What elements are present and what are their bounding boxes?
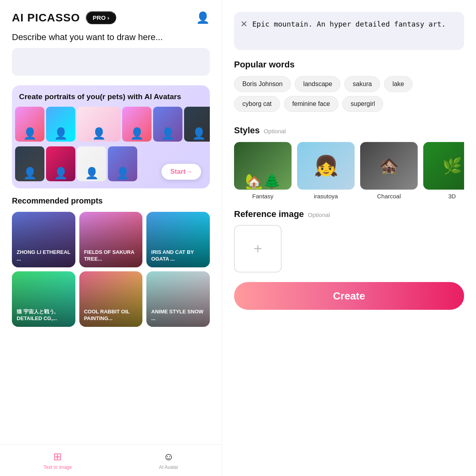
style-label-3d: 3D xyxy=(448,193,456,200)
left-panel: AI PICASSO PRO › 👤 Describe what you wan… xyxy=(0,0,222,476)
prompt-card-text-4: 猫 宇宙人と戦う, DETAILED CG,... xyxy=(17,309,71,322)
word-chip-sakura[interactable]: sakura xyxy=(344,76,380,92)
nav-label-text-to-image: Text to image xyxy=(44,464,72,470)
nav-label-ai-avatar: AI Avatar xyxy=(159,464,178,470)
prompt-card-text-3: IRIS AND CAT BY OGATA ... xyxy=(151,249,205,263)
word-chip-cyborg-cat[interactable]: cyborg cat xyxy=(234,96,280,112)
avatar-banner-title: Create portraits of you(r pets) with AI … xyxy=(12,85,210,105)
words-row-2: cyborg cat feminine face supergirl xyxy=(234,96,464,112)
pro-badge-button[interactable]: PRO › xyxy=(86,11,117,24)
avatar-figures xyxy=(12,105,210,143)
styles-optional-tag: Optional xyxy=(264,128,286,134)
prompt-card-3[interactable]: IRIS AND CAT BY OGATA ... xyxy=(146,212,210,267)
nav-item-text-to-image[interactable]: ⊞ Text to image xyxy=(44,451,72,470)
word-chip-boris-johnson[interactable]: Boris Johnson xyxy=(234,76,291,92)
prompt-card-5[interactable]: COOL RABBIT OIL PAINTING... xyxy=(79,271,143,327)
create-button[interactable]: Create xyxy=(234,282,464,310)
reference-add-box[interactable]: + xyxy=(234,225,282,273)
app-logo: AI PICASSO xyxy=(12,12,80,24)
words-row-1: Boris Johnson landscape sakura lake xyxy=(234,76,464,92)
reference-section: Reference image Optional + xyxy=(222,200,476,273)
prompt-card-4[interactable]: 猫 宇宙人と戦う, DETAILED CG,... xyxy=(12,271,75,327)
nav-item-ai-avatar[interactable]: ☺ AI Avatar xyxy=(159,451,178,470)
prompt-card-text-2: FIELDS OF SAKURA TREE... xyxy=(84,249,138,263)
prompt-card-1[interactable]: ZHONG LI ETHEREAL ... xyxy=(12,212,75,267)
styles-row: Fantasy irasutoya Charcoal 3D xyxy=(234,142,464,200)
word-chip-lake[interactable]: lake xyxy=(384,76,412,92)
describe-label: Describe what you want to draw here... xyxy=(12,32,210,42)
word-chip-landscape[interactable]: landscape xyxy=(295,76,340,92)
prompt-grid: ZHONG LI ETHEREAL ... FIELDS OF SAKURA T… xyxy=(12,212,210,327)
header: AI PICASSO PRO › 👤 xyxy=(0,0,222,32)
recommended-title: Recommended prompts xyxy=(12,196,210,205)
text-to-image-icon: ⊞ xyxy=(53,451,62,463)
avatar-fig-2 xyxy=(46,107,75,142)
style-thumb-fantasy xyxy=(234,142,292,190)
style-card-irasutoya[interactable]: irasutoya xyxy=(297,142,355,200)
popular-words-section: Popular words Boris Johnson landscape sa… xyxy=(222,50,476,116)
avatar-banner: Create portraits of you(r pets) with AI … xyxy=(12,85,210,188)
avatar-fig-8 xyxy=(46,146,75,181)
avatar-fig-3 xyxy=(77,107,121,142)
style-thumb-charcoal xyxy=(360,142,418,190)
avatar-fig-1 xyxy=(15,107,44,142)
prompt-text-input[interactable]: Epic mountain. An hyper detailed fantasy… xyxy=(252,19,458,43)
style-card-fantasy[interactable]: Fantasy xyxy=(234,142,292,200)
prompt-card-6[interactable]: ANIME STYLE SNOW ... xyxy=(146,271,210,327)
styles-title: Styles xyxy=(234,125,260,136)
avatar-fig-4 xyxy=(122,107,152,142)
avatar-fig-7 xyxy=(15,146,44,181)
recommended-section: Recommended prompts ZHONG LI ETHEREAL ..… xyxy=(0,188,222,327)
plus-icon: + xyxy=(253,240,262,257)
prompt-card-text-6: ANIME STYLE SNOW ... xyxy=(151,309,205,322)
style-thumb-3d xyxy=(423,142,464,190)
styles-section: Styles Optional Fantasy irasutoya Charco… xyxy=(222,116,476,200)
describe-input[interactable] xyxy=(12,48,210,76)
popular-words-title: Popular words xyxy=(234,60,464,70)
logo-area: AI PICASSO PRO › xyxy=(12,11,116,24)
style-thumb-irasutoya xyxy=(297,142,355,190)
close-button[interactable]: ✕ xyxy=(240,19,248,29)
reference-image-title: Reference image xyxy=(234,209,304,219)
avatar-fig-9 xyxy=(77,146,106,181)
bottom-nav: ⊞ Text to image ☺ AI Avatar xyxy=(0,444,222,476)
avatar-fig-10 xyxy=(108,146,137,181)
prompt-input-area: ✕ Epic mountain. An hyper detailed fanta… xyxy=(234,12,464,50)
prompt-card-text-5: COOL RABBIT OIL PAINTING... xyxy=(84,309,138,322)
start-button[interactable]: Start→ xyxy=(161,164,201,180)
ref-header: Reference image Optional xyxy=(234,209,464,219)
user-icon[interactable]: 👤 xyxy=(196,11,210,24)
style-card-3d[interactable]: 3D xyxy=(423,142,464,200)
prompt-card-2[interactable]: FIELDS OF SAKURA TREE... xyxy=(79,212,143,267)
styles-header: Styles Optional xyxy=(234,125,464,136)
describe-section: Describe what you want to draw here... xyxy=(0,32,222,85)
ai-avatar-icon: ☺ xyxy=(163,451,174,463)
word-chip-feminine-face[interactable]: feminine face xyxy=(284,96,338,112)
avatar-fig-5 xyxy=(153,107,182,142)
reference-optional-tag: Optional xyxy=(308,211,330,218)
word-chip-supergirl[interactable]: supergirl xyxy=(342,96,383,112)
style-label-fantasy: Fantasy xyxy=(252,193,273,200)
style-label-charcoal: Charcoal xyxy=(377,193,401,200)
style-label-irasutoya: irasutoya xyxy=(314,193,338,200)
avatar-fig-6 xyxy=(184,107,210,142)
right-panel: ✕ Epic mountain. An hyper detailed fanta… xyxy=(222,0,476,476)
style-card-charcoal[interactable]: Charcoal xyxy=(360,142,418,200)
prompt-card-text-1: ZHONG LI ETHEREAL ... xyxy=(17,249,71,263)
